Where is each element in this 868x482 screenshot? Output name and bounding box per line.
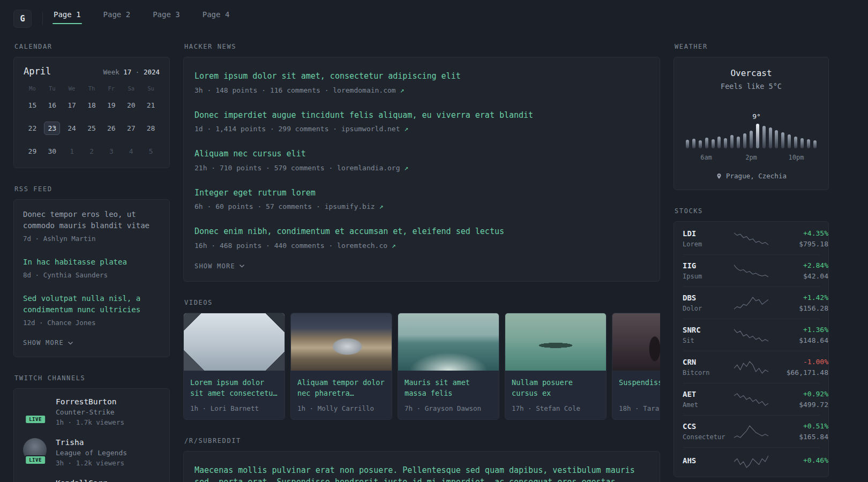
stock-sparkline (734, 424, 768, 439)
hn-item: Donec enim nibh, condimentum et accumsan… (194, 218, 649, 257)
weather-widget: WEATHER Overcast Feels like 5°C 9° 6am 2… (674, 43, 829, 190)
stock-name: Bitcorn (683, 369, 734, 376)
stock-values: +4.35% $795.18 (768, 229, 828, 248)
video-card[interactable]: Nullam posuere cursus ex 17h · Stefan Co… (505, 313, 607, 420)
weather-bar (769, 127, 772, 148)
stock-row[interactable]: AET Amet +0.92% $499.72 (683, 383, 820, 415)
weather-location-text: Prague, Czechia (726, 172, 787, 180)
weekday-label: We (62, 85, 82, 92)
left-column: CALENDAR April Week 17 · 2024 Mo Tu We T… (13, 43, 170, 482)
hn-meta-text: 6h · 60 points · 57 comments · (194, 202, 320, 210)
tab-page-2[interactable]: Page 2 (103, 10, 131, 27)
hn-domain-link[interactable]: loremtech.co (337, 242, 387, 250)
video-card[interactable]: Lorem ipsum dolor sit amet consectetu… 1… (183, 313, 285, 420)
stocks-widget: STOCKS LDI Lorem +4.35% $795.18 I (674, 207, 829, 477)
stock-sparkline (734, 454, 768, 469)
week-number: 17 (123, 68, 131, 76)
channel-info: KendallCarr (56, 479, 107, 482)
rss-item-title[interactable]: Sed volutpat nulla nisl, a condimentum n… (23, 293, 160, 315)
twitch-channel[interactable]: LIVE ForrestBurton Counter-Strike 1h · 1… (23, 397, 160, 426)
channel-meta: 1h · 1.7k viewers (56, 418, 124, 426)
dashboard-grid: CALENDAR April Week 17 · 2024 Mo Tu We T… (0, 31, 868, 482)
twitch-section-title: TWITCH CHANNELS (14, 374, 169, 382)
tab-page-1[interactable]: Page 1 (54, 10, 81, 27)
stock-sparkline (734, 231, 768, 246)
video-thumbnail (505, 313, 606, 371)
video-meta: 1h · Molly Carrillo (297, 404, 385, 412)
twitch-widget: TWITCH CHANNELS LIVE ForrestBurton Count… (13, 374, 170, 482)
rss-item: Donec tempor eros leo, ut commodo mauris… (23, 202, 160, 250)
stocks-section-title: STOCKS (675, 207, 828, 215)
video-card[interactable]: Mauris sit amet massa felis 7h · Grayson… (398, 313, 499, 420)
stock-change: +1.42% (768, 293, 828, 302)
calendar-day-adjacent: 3 (101, 142, 121, 160)
weather-bar (730, 135, 734, 148)
video-meta: 18h · Tara (619, 404, 660, 412)
rss-item-title[interactable]: In hac habitasse platea (23, 257, 160, 268)
subreddit-post-title[interactable]: Maecenas mollis pulvinar erat non posuer… (194, 464, 649, 482)
hn-item-title[interactable]: Lorem ipsum dolor sit amet, consectetur … (194, 70, 649, 82)
map-pin-icon (716, 172, 722, 180)
hn-domain-link[interactable]: ipsumify.biz (325, 202, 375, 210)
video-meta: 17h · Stefan Cole (512, 404, 600, 412)
stock-id: AHS (683, 456, 734, 468)
rss-show-more-button[interactable]: SHOW MORE (23, 334, 160, 355)
stock-change: +1.36% (768, 326, 828, 334)
calendar-day: 21 (141, 96, 161, 114)
twitch-channel[interactable]: KendallCarr (23, 479, 160, 482)
subreddit-section-title: /R/SUBREDDIT (184, 437, 659, 445)
calendar-day-adjacent: 5 (141, 142, 161, 160)
hn-show-more-button[interactable]: SHOW MORE (194, 257, 649, 278)
weather-bar (692, 139, 695, 148)
rss-section-title: RSS FEED (14, 185, 169, 193)
stock-row[interactable]: DBS Dolor +1.42% $156.28 (683, 287, 820, 319)
stock-values: -1.00% $66,171.48 (768, 358, 828, 376)
hn-item-title[interactable]: Donec enim nibh, condimentum et accumsan… (194, 225, 649, 238)
hn-domain-link[interactable]: ipsumworld.net (341, 125, 400, 133)
live-badge: LIVE (25, 455, 46, 465)
channel-name: KendallCarr (56, 479, 107, 482)
stock-row[interactable]: AHS +0.46% (683, 447, 820, 476)
hn-item-title[interactable]: Donec imperdiet augue tincidunt felis al… (194, 109, 649, 122)
stock-row[interactable]: CRN Bitcorn -1.00% $66,171.48 (683, 351, 820, 383)
calendar-section-title: CALENDAR (14, 43, 169, 50)
hn-item-title[interactable]: Integer eget rutrum lorem (194, 187, 649, 199)
twitch-channel[interactable]: LIVE Trisha League of Legends 3h · 1.2k … (23, 438, 160, 467)
stock-sparkline (734, 392, 768, 407)
weather-section-title: WEATHER (675, 43, 828, 50)
video-card[interactable]: Aliquam tempor dolor nec pharetra… 1h · … (290, 313, 392, 420)
subreddit-post: Maecenas mollis pulvinar erat non posuer… (194, 457, 649, 482)
weather-bar (800, 138, 804, 148)
app-logo: G (13, 10, 32, 28)
stock-change: +0.46% (768, 456, 828, 464)
weather-bar (794, 137, 797, 148)
hn-meta-text: 16h · 468 points · 440 comments · (194, 242, 333, 250)
video-title: Suspendisse diam (619, 377, 660, 400)
rss-item-title[interactable]: Donec tempor eros leo, ut commodo mauris… (23, 209, 160, 231)
stock-row[interactable]: SNRC Sit +1.36% $148.64 (683, 319, 820, 351)
stock-row[interactable]: LDI Lorem +4.35% $795.18 (683, 223, 820, 254)
video-body: Aliquam tempor dolor nec pharetra… 1h · … (291, 371, 392, 419)
hackernews-widget: HACKER NEWS Lorem ipsum dolor sit amet, … (183, 43, 660, 282)
hn-domain-link[interactable]: loremlandia.org (337, 164, 400, 172)
weather-bar (788, 134, 791, 148)
hn-item-title[interactable]: Aliquam nec cursus elit (194, 148, 649, 160)
stock-row[interactable]: CCS Consectetur +0.51% $165.84 (683, 415, 820, 447)
video-body: Mauris sit amet massa felis 7h · Grayson… (398, 371, 499, 419)
stock-symbol: CCS (683, 422, 734, 431)
stock-symbol: DBS (683, 293, 734, 302)
hn-section-title: HACKER NEWS (184, 43, 659, 50)
weather-condition: Overcast (684, 68, 819, 78)
live-badge: LIVE (25, 415, 46, 424)
tab-page-3[interactable]: Page 3 (153, 10, 180, 27)
tab-page-4[interactable]: Page 4 (203, 10, 230, 27)
external-link-icon: ↗ (404, 164, 408, 172)
stock-row[interactable]: IIG Ipsum +2.84% $42.04 (683, 254, 820, 287)
weather-time-labels: 6am 2pm 10pm (684, 154, 819, 161)
hn-domain-link[interactable]: loremdomain.com (333, 86, 395, 94)
chevron-down-icon (68, 341, 73, 345)
stock-symbol: AHS (683, 456, 734, 465)
external-link-icon: ↗ (392, 242, 396, 250)
video-card[interactable]: Suspendisse diam 18h · Tara (612, 313, 660, 420)
middle-column: HACKER NEWS Lorem ipsum dolor sit amet, … (183, 43, 660, 482)
